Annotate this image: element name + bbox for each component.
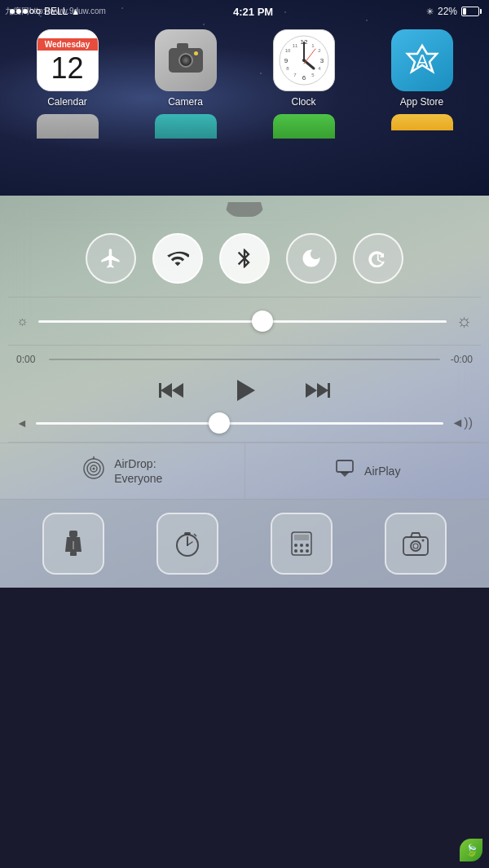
svg-line-39 <box>194 534 196 536</box>
status-time: 4:21 PM <box>233 6 273 18</box>
airplay-button[interactable]: AirPlay <box>245 443 490 499</box>
cc-handle[interactable] <box>0 196 489 222</box>
svg-text:3: 3 <box>319 57 324 64</box>
media-progress-track[interactable] <box>49 359 440 360</box>
appstore-icon[interactable]: A <box>391 29 453 91</box>
battery-indicator <box>461 7 479 16</box>
svg-marker-23 <box>317 383 328 398</box>
control-center: ☼ ☼ 0:00 -0:00 <box>0 196 489 588</box>
play-icon <box>231 377 258 404</box>
calendar-date: 12 <box>51 54 83 83</box>
camera-lens <box>178 53 193 68</box>
wifi-toggle[interactable] <box>152 233 203 284</box>
fast-forward-icon <box>303 377 331 404</box>
svg-point-44 <box>306 544 309 547</box>
airdrop-button[interactable]: AirDrop:Everyone <box>0 443 245 499</box>
media-controls-row <box>16 377 473 404</box>
brightness-track[interactable] <box>38 320 447 323</box>
volume-low-icon: ◄ <box>16 416 28 430</box>
svg-text:11: 11 <box>292 43 297 48</box>
appstore-label: App Store <box>400 96 443 108</box>
battery-percent: 22% <box>438 6 457 17</box>
camera-quick-icon <box>401 529 430 558</box>
rotation-lock-icon <box>367 247 390 270</box>
app-item-clock[interactable]: 12 3 9 6 1 2 4 5 11 10 8 7 <box>255 29 353 108</box>
app-item-calendar[interactable]: Wednesday 12 Calendar <box>19 29 117 108</box>
svg-marker-19 <box>172 383 183 398</box>
svg-point-42 <box>294 544 297 547</box>
timer-button[interactable] <box>156 513 218 575</box>
app-item-camera[interactable]: Camera <box>137 29 235 108</box>
camera-flash-dot <box>194 51 198 55</box>
bluetooth-icon <box>233 247 256 270</box>
calendar-label: Calendar <box>47 96 87 108</box>
svg-point-50 <box>413 544 418 549</box>
svg-text:A: A <box>416 51 428 71</box>
flashlight-button[interactable] <box>42 513 104 575</box>
volume-track[interactable] <box>36 422 443 425</box>
previous-track-button[interactable] <box>158 377 186 404</box>
svg-rect-20 <box>159 383 161 398</box>
svg-rect-48 <box>403 537 428 555</box>
battery-fill <box>463 8 466 15</box>
clock-face: 12 3 9 6 1 2 4 5 11 10 8 7 <box>278 34 330 86</box>
home-screen: BELL ▲ 4:21 PM ✳ 22% Wednesday 12 Calend… <box>0 0 489 196</box>
volume-high-icon: ◄)) <box>452 416 474 430</box>
svg-point-28 <box>93 468 95 470</box>
camera-label: Camera <box>168 96 203 108</box>
brightness-high-icon: ☼ <box>456 311 473 332</box>
volume-control: ◄ ◄)) <box>16 416 473 438</box>
airplane-icon <box>99 247 122 270</box>
airplay-label: AirPlay <box>364 465 400 478</box>
app-grid-row1: Wednesday 12 Calendar Camera <box>0 23 489 114</box>
clock-label: Clock <box>291 96 315 108</box>
svg-point-47 <box>306 549 309 553</box>
bluetooth-toggle[interactable] <box>219 233 270 284</box>
partial-app-1 <box>37 114 99 139</box>
media-current-time: 0:00 <box>16 354 41 365</box>
clock-svg: 12 3 9 6 1 2 4 5 11 10 8 7 <box>278 34 330 86</box>
airdrop-svg <box>82 456 106 481</box>
svg-rect-38 <box>184 532 191 535</box>
status-right: ✳ 22% <box>426 6 479 17</box>
calendar-day: Wednesday <box>37 38 98 51</box>
camera-quick-button[interactable] <box>385 513 447 575</box>
svg-rect-24 <box>328 383 330 398</box>
svg-point-51 <box>422 540 425 542</box>
wifi-icon <box>166 247 189 270</box>
airdrop-icon <box>82 456 106 486</box>
svg-text:6: 6 <box>302 74 306 82</box>
flashlight-icon <box>59 529 88 558</box>
partial-app-4 <box>391 114 453 130</box>
svg-marker-22 <box>306 383 317 398</box>
clock-icon[interactable]: 12 3 9 6 1 2 4 5 11 10 8 7 <box>273 29 335 91</box>
play-button[interactable] <box>231 377 258 404</box>
svg-point-45 <box>294 549 297 553</box>
cc-quick-apps-row <box>0 499 489 588</box>
rewind-icon <box>158 377 186 404</box>
brightness-control: ☼ ☼ <box>0 297 489 345</box>
svg-point-49 <box>411 541 421 551</box>
media-progress-row: 0:00 -0:00 <box>16 354 473 365</box>
svg-marker-18 <box>161 383 172 398</box>
watermark: 🍃 <box>460 839 482 861</box>
airdrop-label: AirDrop:Everyone <box>114 456 162 486</box>
svg-point-43 <box>300 544 303 547</box>
bluetooth-status-icon: ✳ <box>426 7 434 17</box>
airplane-mode-toggle[interactable] <box>86 233 136 284</box>
cc-handle-shape[interactable] <box>224 202 265 217</box>
brightness-thumb[interactable] <box>252 311 273 332</box>
do-not-disturb-toggle[interactable] <box>286 233 337 284</box>
calculator-button[interactable] <box>271 513 333 575</box>
svg-text:10: 10 <box>284 48 290 53</box>
calculator-icon <box>287 529 316 558</box>
volume-thumb[interactable] <box>209 412 230 434</box>
svg-rect-33 <box>70 552 77 556</box>
media-remaining-time: -0:00 <box>448 354 473 365</box>
camera-icon[interactable] <box>155 29 217 91</box>
rotation-lock-toggle[interactable] <box>353 233 403 284</box>
svg-rect-41 <box>294 535 309 540</box>
next-track-button[interactable] <box>303 377 331 404</box>
calendar-icon[interactable]: Wednesday 12 <box>37 29 99 91</box>
app-item-appstore[interactable]: A App Store <box>373 29 471 108</box>
